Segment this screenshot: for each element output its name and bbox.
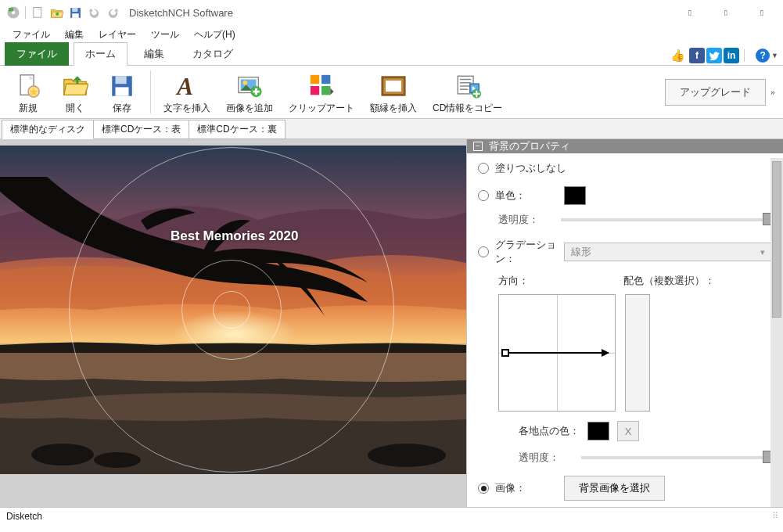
ribbon-tab-home[interactable]: ホーム bbox=[74, 42, 128, 66]
menu-layer[interactable]: レイヤー bbox=[92, 27, 142, 43]
selected-value: 線形 bbox=[571, 245, 591, 259]
close-button[interactable]:  bbox=[744, 1, 780, 24]
clipart-icon bbox=[307, 71, 336, 101]
linkedin-icon[interactable]: in bbox=[724, 48, 739, 63]
scrollbar-thumb[interactable] bbox=[772, 161, 781, 318]
doc-tab-standard-disc[interactable]: 標準的なディスク bbox=[2, 120, 94, 139]
qat-save-icon[interactable] bbox=[66, 4, 84, 21]
like-icon[interactable]: 👍 bbox=[668, 49, 688, 63]
label: 画像を追加 bbox=[226, 102, 273, 115]
ribbon-copy-cdinfo-button[interactable]: CD情報をコピー bbox=[425, 68, 510, 117]
frame-icon bbox=[379, 71, 408, 101]
fill-image-option[interactable]: 画像： 背景画像を選択 bbox=[478, 476, 772, 501]
overflow-indicator[interactable]: » bbox=[770, 86, 775, 98]
qat-undo-icon[interactable] bbox=[85, 4, 102, 21]
menu-bar: ファイル 編集 レイヤー ツール ヘルプ(H) bbox=[0, 25, 783, 44]
radio-icon bbox=[478, 483, 489, 494]
qat-open-icon[interactable] bbox=[48, 4, 65, 21]
canvas-area[interactable]: Best Memories 2020 bbox=[0, 139, 466, 507]
separator bbox=[150, 70, 151, 113]
doc-tab-cd-case-front[interactable]: 標準CDケース：表 bbox=[93, 120, 189, 139]
property-panel-header[interactable]: − 背景のプロパティ bbox=[467, 139, 783, 153]
app-icon bbox=[5, 4, 22, 21]
fill-none-option[interactable]: 塗りつぶしなし bbox=[478, 161, 772, 175]
select-background-image-button[interactable]: 背景画像を選択 bbox=[564, 476, 665, 501]
facebook-icon[interactable]: f bbox=[689, 48, 705, 63]
help-dropdown[interactable]: ? ▼ bbox=[756, 49, 778, 63]
window-controls:    bbox=[672, 1, 780, 24]
scrollbar[interactable] bbox=[770, 158, 783, 507]
gradient-colors-list[interactable] bbox=[625, 294, 650, 412]
gradient-opacity-row: 透明度： bbox=[519, 451, 772, 465]
resize-grip-icon[interactable]: ⠿ bbox=[772, 511, 777, 521]
svg-rect-19 bbox=[311, 86, 319, 95]
svg-point-15 bbox=[243, 80, 248, 84]
ribbon-insert-frame-button[interactable]: 額縁を挿入 bbox=[362, 68, 425, 117]
remove-stop-button[interactable]: X bbox=[617, 421, 639, 441]
gradient-stop-color-row: 各地点の色： X bbox=[519, 421, 772, 441]
separator bbox=[744, 49, 745, 62]
status-bar: Disketch ⠿ bbox=[0, 507, 783, 524]
menu-edit[interactable]: 編集 bbox=[59, 27, 90, 43]
svg-point-29 bbox=[94, 452, 141, 468]
maximize-button[interactable]:  bbox=[708, 1, 744, 24]
collapse-icon: − bbox=[473, 142, 483, 151]
upgrade-button[interactable]: アップグレード bbox=[665, 79, 766, 106]
svg-rect-17 bbox=[311, 74, 319, 83]
quick-access-toolbar bbox=[5, 4, 121, 21]
label: 新規 bbox=[19, 102, 38, 115]
label: クリップアート bbox=[289, 102, 354, 115]
ribbon-tab-edit[interactable]: 編集 bbox=[132, 42, 176, 66]
disc-title-text[interactable]: Best Memories 2020 bbox=[171, 228, 298, 244]
ribbon-group-file: 新規 開く 保存 bbox=[5, 66, 145, 118]
ribbon-group-insert: A 文字を挿入 画像を追加 クリップアート 額縁を挿入 CD情 bbox=[156, 66, 510, 118]
text-icon: A bbox=[172, 71, 202, 101]
disc-center-hole bbox=[213, 291, 250, 329]
svg-rect-20 bbox=[321, 86, 330, 95]
radio-icon bbox=[478, 163, 489, 174]
ribbon-add-image-button[interactable]: 画像を追加 bbox=[218, 68, 281, 117]
colors-label: 配色（複数選択）： bbox=[623, 274, 715, 288]
ribbon-save-button[interactable]: 保存 bbox=[99, 68, 145, 117]
workspace: Best Memories 2020 − 背景のプロパティ 塗りつぶしなし 単色… bbox=[0, 139, 783, 507]
ribbon-open-button[interactable]: 開く bbox=[52, 68, 99, 117]
gradient-direction-picker[interactable] bbox=[498, 294, 616, 412]
minimize-button[interactable]:  bbox=[672, 1, 708, 24]
ribbon-body: 新規 開く 保存 A 文字を挿入 画像を追加 bbox=[0, 66, 783, 119]
label: 額縁を挿入 bbox=[370, 102, 417, 115]
label: 画像： bbox=[495, 481, 526, 495]
ribbon-new-button[interactable]: 新規 bbox=[5, 68, 52, 117]
solid-opacity-slider[interactable] bbox=[561, 218, 772, 221]
menu-tool[interactable]: ツール bbox=[145, 27, 185, 43]
title-bar: DisketchNCH Software    bbox=[0, 0, 783, 25]
ribbon-insert-text-button[interactable]: A 文字を挿入 bbox=[156, 68, 218, 117]
svg-text:A: A bbox=[175, 73, 193, 99]
menu-help[interactable]: ヘルプ(H) bbox=[188, 27, 242, 43]
gradient-stop-swatch[interactable] bbox=[587, 422, 609, 440]
fill-gradient-option[interactable]: グラデーション： 線形 bbox=[478, 238, 772, 266]
ribbon-tab-file[interactable]: ファイル bbox=[5, 42, 69, 66]
qat-new-icon[interactable] bbox=[29, 4, 46, 21]
label: 塗りつぶしなし bbox=[495, 161, 566, 175]
twitter-icon[interactable] bbox=[706, 48, 722, 63]
svg-rect-11 bbox=[116, 87, 129, 95]
label: CD情報をコピー bbox=[433, 102, 502, 115]
solid-color-swatch[interactable] bbox=[564, 186, 586, 205]
fill-solid-option[interactable]: 単色： bbox=[478, 186, 772, 205]
solid-opacity-row: 透明度： bbox=[498, 213, 772, 227]
ribbon-clipart-button[interactable]: クリップアート bbox=[281, 68, 362, 117]
svg-rect-18 bbox=[321, 74, 330, 83]
property-panel: − 背景のプロパティ 塗りつぶしなし 単色： 透明度： bbox=[466, 139, 783, 507]
doc-tab-cd-case-back[interactable]: 標準CDケース：裏 bbox=[189, 120, 285, 139]
gradient-opacity-slider[interactable] bbox=[581, 456, 772, 459]
ribbon-tabstrip: ファイル ホーム 編集 カタログ 👍 f in ? ▼ bbox=[0, 44, 783, 66]
gradient-type-select[interactable]: 線形 bbox=[564, 243, 772, 261]
svg-point-3 bbox=[56, 12, 59, 15]
property-panel-title: 背景のプロパティ bbox=[489, 139, 570, 153]
menu-file[interactable]: ファイル bbox=[6, 27, 56, 43]
ribbon-tab-catalog[interactable]: カタログ bbox=[181, 42, 245, 66]
qat-redo-icon[interactable] bbox=[104, 4, 121, 21]
label: 各地点の色： bbox=[519, 424, 580, 438]
label: グラデーション： bbox=[495, 238, 564, 266]
svg-rect-10 bbox=[116, 76, 127, 84]
